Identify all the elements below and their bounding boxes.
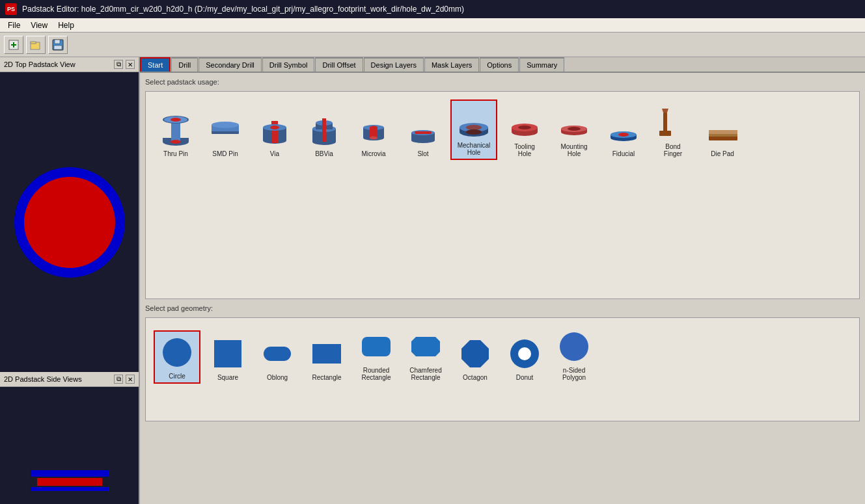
padstack-mechanical-hole[interactable]: MechanicalHole xyxy=(450,99,497,160)
padstack-fiducial[interactable]: Fiducial xyxy=(601,109,646,160)
tab-summary[interactable]: Summary xyxy=(519,57,564,72)
padstack-microvia[interactable]: Microvia xyxy=(351,109,396,160)
save-button[interactable] xyxy=(48,36,68,54)
side-view-detach[interactable]: ⧉ xyxy=(114,375,123,384)
tab-drill-symbol[interactable]: Drill Symbol xyxy=(262,57,315,72)
padstack-thru-pin[interactable]: Thru Pin xyxy=(154,109,198,160)
svg-rect-64 xyxy=(214,340,241,367)
title-text: Padstack Editor: hole_2d0mm_cir_w2d0_h2d… xyxy=(22,5,464,14)
top-view-header: 2D Top Padstack View ⧉ ✕ xyxy=(0,57,139,72)
tab-drill-offset[interactable]: Drill Offset xyxy=(315,57,363,72)
padstack-grid: Thru Pin SMD Pin xyxy=(154,99,851,160)
svg-point-63 xyxy=(163,338,191,367)
geometry-rectangle[interactable]: Rectangle xyxy=(305,333,349,384)
die-pad-label: Die Pad xyxy=(711,150,734,157)
menubar: File View Help xyxy=(0,18,865,33)
tab-start[interactable]: Start xyxy=(140,57,171,72)
toolbar xyxy=(0,33,865,57)
left-panel: 2D Top Padstack View ⧉ ✕ 2D Padstack Sid… xyxy=(0,57,140,504)
rounded-rectangle-icon xyxy=(357,328,396,364)
menu-help[interactable]: Help xyxy=(53,20,79,31)
padstack-via[interactable]: Via xyxy=(253,109,297,160)
microvia-label: Microvia xyxy=(361,150,385,157)
rounded-rectangle-label: RoundedRectangle xyxy=(361,367,391,381)
svg-point-52 xyxy=(568,127,581,131)
open-button[interactable] xyxy=(26,36,46,54)
side-view-canvas xyxy=(0,387,139,504)
tab-secondary-drill[interactable]: Secondary Drill xyxy=(199,57,262,72)
square-icon xyxy=(208,336,247,371)
padstack-slot[interactable]: Slot xyxy=(401,109,445,160)
padstack-smd-pin[interactable]: SMD Pin xyxy=(203,109,247,160)
padstack-bbvia[interactable]: BBVia xyxy=(302,109,346,160)
smd-pin-icon xyxy=(206,112,245,148)
rectangle-icon xyxy=(307,336,346,371)
menu-file[interactable]: File xyxy=(3,20,25,31)
mounting-hole-icon xyxy=(555,105,594,140)
sv-red xyxy=(37,478,102,486)
thru-pin-icon xyxy=(156,112,195,148)
geometry-square[interactable]: Square xyxy=(206,333,250,384)
svg-marker-69 xyxy=(461,340,489,367)
top-view-close[interactable]: ✕ xyxy=(126,60,135,69)
padstack-tooling-hole[interactable]: ToolingHole xyxy=(502,102,547,160)
slot-icon xyxy=(404,112,443,148)
content-area: Select padstack usage: xyxy=(140,73,865,504)
padstack-bond-finger[interactable]: BondFinger xyxy=(651,102,695,160)
padstack-section-label: Select padstack usage: xyxy=(145,78,860,86)
via-label: Via xyxy=(270,150,279,157)
svg-rect-65 xyxy=(264,347,291,361)
geometry-oblong[interactable]: Oblong xyxy=(255,333,299,384)
geometry-donut[interactable]: Donut xyxy=(502,333,547,384)
slot-label: Slot xyxy=(417,150,428,157)
padstack-die-pad[interactable]: Die Pad xyxy=(700,109,745,160)
svg-point-56 xyxy=(618,133,629,137)
rectangle-label: Rectangle xyxy=(312,374,341,381)
geometry-rounded-rectangle[interactable]: RoundedRectangle xyxy=(354,326,398,384)
padstack-mounting-hole[interactable]: MountingHole xyxy=(552,102,596,160)
top-view-label: 2D Top Padstack View xyxy=(4,60,76,68)
menu-view[interactable]: View xyxy=(25,20,53,31)
tab-options[interactable]: Options xyxy=(480,57,519,72)
new-button[interactable] xyxy=(4,36,23,54)
svg-point-43 xyxy=(466,125,482,130)
donut-icon xyxy=(505,336,544,371)
titlebar: PS Padstack Editor: hole_2d0mm_cir_w2d0_… xyxy=(0,0,865,18)
top-view-detach[interactable]: ⧉ xyxy=(114,60,123,69)
chamfered-rectangle-label: ChamferedRectangle xyxy=(409,367,441,381)
right-panel: Start Drill Secondary Drill Drill Symbol… xyxy=(140,57,865,504)
svg-rect-66 xyxy=(312,344,341,364)
geometry-circle[interactable]: Circle xyxy=(154,330,200,384)
sv-top-blue xyxy=(31,470,109,477)
octagon-label: Octagon xyxy=(463,374,487,381)
tab-design-layers[interactable]: Design Layers xyxy=(364,57,424,72)
svg-rect-58 xyxy=(659,131,671,136)
app-icon: PS xyxy=(5,3,17,15)
mounting-hole-label: MountingHole xyxy=(560,143,587,157)
microvia-icon xyxy=(354,112,393,148)
n-sided-polygon-icon xyxy=(555,328,594,364)
mechanical-hole-label: MechanicalHole xyxy=(458,142,491,156)
side-view-controls: ⧉ ✕ xyxy=(114,375,135,384)
svg-point-44 xyxy=(466,129,482,135)
svg-point-72 xyxy=(560,332,588,361)
donut-label: Donut xyxy=(516,374,534,381)
bbvia-label: BBVia xyxy=(315,150,333,157)
tab-drill[interactable]: Drill xyxy=(171,57,198,72)
tab-mask-layers[interactable]: Mask Layers xyxy=(424,57,479,72)
octagon-icon xyxy=(456,336,495,371)
fiducial-icon xyxy=(604,112,643,148)
svg-rect-6 xyxy=(55,40,60,44)
svg-point-13 xyxy=(171,140,181,144)
bond-finger-icon xyxy=(653,105,693,140)
geometry-octagon[interactable]: Octagon xyxy=(453,333,497,384)
thru-pin-label: Thru Pin xyxy=(163,150,188,157)
geometry-chamfered-rectangle[interactable]: ChamferedRectangle xyxy=(404,326,448,384)
side-view-close[interactable]: ✕ xyxy=(126,375,135,384)
svg-rect-67 xyxy=(362,337,391,356)
top-view-controls: ⧉ ✕ xyxy=(114,60,135,69)
square-label: Square xyxy=(217,374,238,381)
svg-rect-39 xyxy=(415,131,432,134)
geometry-n-sided-polygon[interactable]: n-SidedPolygon xyxy=(552,326,596,384)
pad-circle-red xyxy=(24,177,115,268)
